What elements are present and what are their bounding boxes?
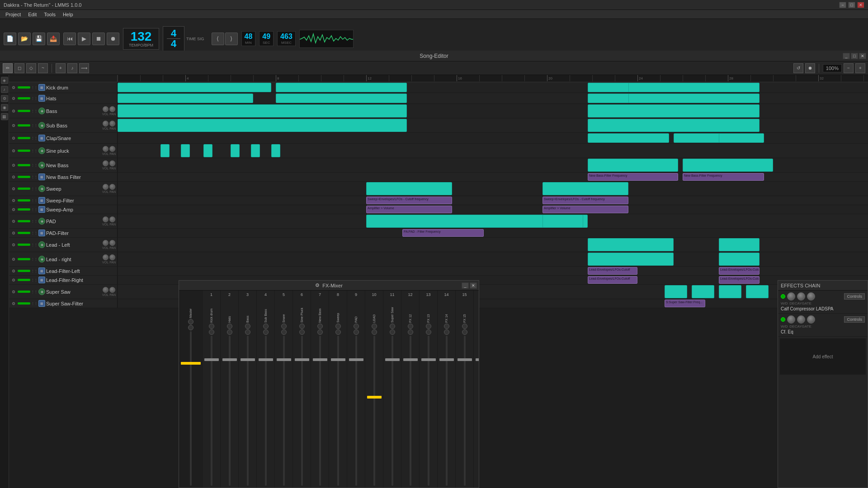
- pan-knob[interactable]: [109, 287, 115, 293]
- track-mute-dots[interactable]: ⋮⋮: [31, 220, 38, 223]
- vol-knob[interactable]: [103, 146, 108, 152]
- erase-tool[interactable]: ◻: [14, 63, 24, 73]
- menu-help[interactable]: Help: [59, 12, 77, 17]
- track-segment[interactable]: [719, 253, 760, 266]
- vol-knob[interactable]: [103, 240, 108, 246]
- track-gear-button[interactable]: ⚙: [10, 84, 17, 91]
- fx-send-btn[interactable]: [188, 325, 193, 330]
- track-led[interactable]: [18, 208, 30, 211]
- track-mute-dots[interactable]: ⋮⋮: [31, 164, 38, 167]
- fx-send-btn[interactable]: [299, 329, 305, 335]
- track-segment[interactable]: [118, 83, 271, 92]
- track-segment[interactable]: PA:PAD - Filter Frequency: [402, 229, 484, 237]
- effect-gate-knob[interactable]: [807, 315, 815, 324]
- fx-fader-handle[interactable]: [222, 358, 237, 361]
- track-type-icon[interactable]: ◉: [38, 218, 45, 225]
- track-segment[interactable]: [692, 285, 714, 298]
- track-mute-dots[interactable]: ⋮⋮: [31, 97, 38, 100]
- track-led[interactable]: [18, 244, 30, 246]
- fx-fader-handle[interactable]: [277, 358, 291, 361]
- effect-wd-knob[interactable]: [787, 292, 795, 300]
- transport-fwd[interactable]: ⟩: [225, 33, 238, 45]
- track-segment[interactable]: [588, 238, 674, 251]
- fx-send-btn[interactable]: [390, 324, 395, 329]
- fx-fader-handle[interactable]: [295, 358, 309, 361]
- track-mute-dots[interactable]: ⋮⋮: [31, 136, 38, 140]
- track-segment[interactable]: Sweep>Envelopes/LFOs - Cutoff frequency: [366, 197, 452, 204]
- track-led[interactable]: [18, 188, 30, 190]
- fx-send-btn[interactable]: [372, 329, 377, 335]
- effect-led[interactable]: [781, 294, 785, 299]
- track-segment[interactable]: [203, 144, 212, 157]
- track-segment[interactable]: [251, 144, 260, 157]
- vol-knob[interactable]: [103, 106, 108, 112]
- fx-send-btn[interactable]: [281, 324, 287, 329]
- track-mute-dots[interactable]: ⋮⋮: [31, 278, 38, 282]
- fx-send-btn[interactable]: [245, 329, 250, 335]
- track-led[interactable]: [18, 220, 30, 222]
- fx-send-btn[interactable]: [354, 324, 359, 329]
- fx-fader-handle[interactable]: [403, 358, 418, 361]
- fx-fader-handle[interactable]: [458, 358, 472, 361]
- track-segment[interactable]: New Bass-Filter Frequency: [683, 173, 764, 181]
- track-segment[interactable]: [588, 119, 760, 132]
- track-segment[interactable]: Lead-Envelopes/LFOs-Cutoff: [719, 267, 760, 275]
- draw-tool[interactable]: ✏: [3, 63, 13, 73]
- track-mute-dots[interactable]: ⋮⋮: [31, 109, 38, 113]
- track-led[interactable]: [18, 97, 30, 99]
- track-segment[interactable]: [719, 133, 764, 143]
- vol-knob[interactable]: [103, 287, 108, 293]
- track-segment[interactable]: [271, 144, 280, 157]
- track-type-icon[interactable]: ◉: [38, 256, 45, 263]
- fx-send-btn[interactable]: [390, 329, 395, 335]
- track-gear-button[interactable]: ⚙: [10, 95, 17, 102]
- track-mute-dots[interactable]: ⋮⋮: [31, 86, 38, 89]
- tempo-section[interactable]: 132 TEMPO/BPM: [123, 28, 159, 50]
- fx-fader-handle[interactable]: [385, 358, 400, 361]
- zoom-out[interactable]: −: [844, 63, 854, 73]
- add-automation-button[interactable]: ⟿: [79, 63, 89, 73]
- fx-send-btn[interactable]: [317, 324, 323, 329]
- loop-button[interactable]: ↺: [793, 63, 803, 73]
- fx-send-btn[interactable]: [444, 324, 449, 329]
- track-segment[interactable]: [542, 182, 628, 195]
- track-mute-dots[interactable]: ⋮⋮: [31, 208, 38, 211]
- fx-send-btn[interactable]: [408, 329, 413, 335]
- record-button[interactable]: ⏺: [805, 63, 815, 73]
- track-gear-button[interactable]: ⚙: [10, 277, 17, 283]
- fx-send-btn[interactable]: [209, 329, 214, 335]
- track-gear-button[interactable]: ⚙: [10, 230, 17, 236]
- track-mute-dots[interactable]: ⋮⋮: [31, 124, 38, 127]
- fx-fader-handle[interactable]: [476, 358, 479, 361]
- track-segment[interactable]: [118, 104, 407, 117]
- track-led[interactable]: [18, 270, 30, 272]
- se-close[interactable]: ✕: [859, 53, 866, 59]
- fx-fader-handle[interactable]: [259, 358, 273, 361]
- track-segment[interactable]: [719, 238, 760, 251]
- track-gear-button[interactable]: ⚙: [10, 162, 17, 169]
- track-gear-button[interactable]: ⚙: [10, 108, 17, 114]
- pan-knob[interactable]: [109, 216, 115, 222]
- track-led[interactable]: [18, 164, 30, 166]
- minimize-button[interactable]: −: [839, 2, 846, 8]
- pan-knob[interactable]: [109, 254, 115, 260]
- transport-back[interactable]: ⟨: [212, 33, 224, 45]
- detuning-tool[interactable]: ~: [38, 63, 48, 73]
- fx-send-btn[interactable]: [209, 324, 214, 329]
- track-segment[interactable]: [588, 104, 760, 117]
- track-led[interactable]: [18, 199, 30, 202]
- add-effect-button[interactable]: Add effect: [813, 354, 833, 359]
- track-segment[interactable]: Amplifier > Volume: [542, 206, 628, 213]
- track-type-icon[interactable]: ▦: [38, 206, 45, 213]
- track-led[interactable]: [18, 176, 30, 178]
- se-minimize[interactable]: _: [843, 53, 850, 59]
- vol-knob[interactable]: [103, 216, 108, 222]
- track-type-icon[interactable]: ▦: [38, 84, 45, 91]
- track-led[interactable]: [18, 86, 30, 89]
- track-led[interactable]: [18, 302, 30, 305]
- open-button[interactable]: 📂: [18, 33, 31, 45]
- pan-knob[interactable]: [109, 240, 115, 246]
- track-segment[interactable]: New Bass-Filter Frequency: [588, 173, 678, 181]
- new-button[interactable]: 📄: [4, 33, 16, 45]
- track-segment[interactable]: [276, 83, 407, 92]
